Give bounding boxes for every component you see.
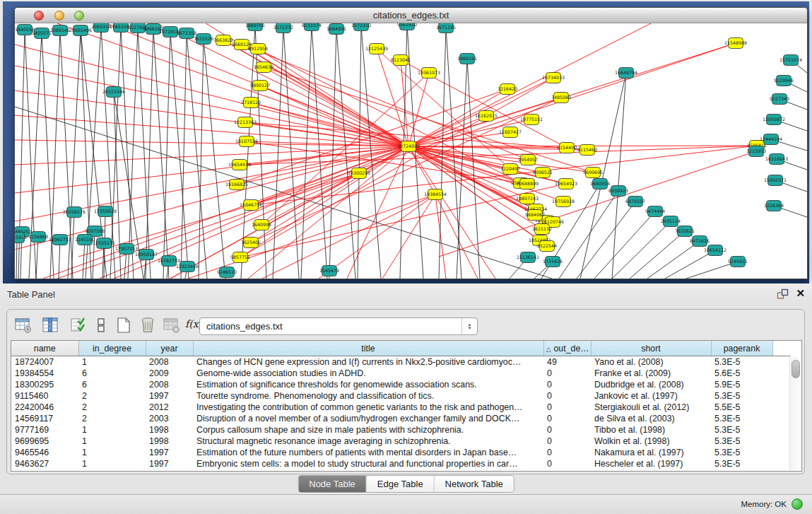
table-cell[interactable]: Stergiakouli et al. (2012) (591, 402, 711, 413)
column-header-pagerank[interactable]: pagerank (711, 341, 772, 356)
table-row[interactable]: 946362711997Embryonic stem cells: a mode… (11, 458, 791, 469)
black-edge[interactable] (647, 241, 700, 279)
column-header-name[interactable]: name (11, 341, 78, 356)
table-cell[interactable]: 2 (78, 413, 146, 424)
table-cell[interactable]: 0 (543, 390, 591, 402)
delete-column-icon[interactable] (139, 316, 157, 334)
black-edge[interactable] (71, 212, 74, 279)
table-cell[interactable]: 49 (543, 356, 591, 368)
table-row[interactable]: 969969511998Structural magnetic resonanc… (11, 436, 791, 447)
black-edge[interactable] (121, 27, 134, 279)
table-cell[interactable]: 9699695 (11, 436, 78, 447)
table-cell[interactable]: 0 (543, 458, 591, 469)
table-cell[interactable]: 2009 (146, 368, 193, 379)
table-cell[interactable]: 1 (78, 458, 146, 469)
table-cell[interactable]: 6 (78, 368, 146, 379)
table-cell[interactable]: Dudbridge et al. (2008) (591, 379, 711, 390)
table-cell[interactable]: 0 (543, 413, 591, 424)
table-cell[interactable]: 0 (543, 436, 591, 447)
black-edge[interactable] (199, 39, 204, 279)
table-cell[interactable]: 18724007 (11, 356, 78, 368)
table-cell[interactable]: 5.3E-5 (711, 458, 772, 469)
table-cell[interactable]: 9777169 (11, 424, 78, 436)
red-edge[interactable] (319, 194, 435, 279)
table-row[interactable]: 1456911722003Disruption of a novel membe… (11, 413, 791, 424)
show-columns-icon[interactable] (41, 316, 59, 334)
import-table-icon[interactable] (163, 316, 181, 334)
red-edge[interactable] (262, 194, 435, 279)
table-cell[interactable]: Corpus callosum shape and size in male p… (193, 424, 543, 436)
table-cell[interactable]: 0 (543, 402, 591, 413)
table-cell[interactable]: 0 (543, 424, 591, 436)
row-stack-icon[interactable] (92, 316, 110, 334)
table-cell[interactable]: 18300295 (11, 379, 78, 390)
table-cell[interactable]: Hescheler et al. (1997) (591, 458, 711, 469)
table-cell[interactable]: 5.3E-5 (711, 436, 772, 447)
table-cell[interactable]: Nakamura et al. (1997) (591, 447, 711, 458)
table-cell[interactable]: 0 (543, 447, 591, 458)
table-cell[interactable]: 0 (543, 368, 591, 379)
table-cell[interactable]: Changes of HCN gene expression and I(f) … (193, 356, 543, 368)
table-cell[interactable]: 9115460 (11, 390, 78, 402)
table-cell[interactable]: 1997 (146, 447, 193, 458)
table-cell[interactable]: 5.3E-5 (711, 356, 772, 368)
black-edge[interactable] (138, 28, 151, 279)
table-row[interactable]: 1938455462009Genome-wide association stu… (11, 368, 791, 379)
table-scrollbar[interactable] (789, 357, 801, 470)
red-edge[interactable] (248, 146, 408, 279)
table-row[interactable]: 2242004622012Investigating the contribut… (11, 402, 791, 413)
table-cell[interactable]: 0 (543, 379, 591, 390)
table-cell[interactable]: 2008 (146, 356, 193, 368)
black-edge[interactable] (665, 250, 715, 279)
tab-node-table[interactable]: Node Table (298, 476, 367, 492)
table-cell[interactable]: 5.6E-5 (711, 368, 772, 379)
table-cell[interactable]: 5.3E-5 (711, 413, 772, 424)
table-row[interactable]: 977716911998Corpus callosum shape and si… (11, 424, 791, 436)
scrollbar-thumb[interactable] (792, 360, 800, 378)
black-edge[interactable] (204, 39, 225, 279)
table-cell[interactable]: Estimation of the future numbers of pati… (193, 447, 543, 458)
table-cell[interactable]: 19384554 (11, 368, 78, 379)
tab-edge-table[interactable]: Edge Table (367, 476, 435, 492)
table-row[interactable]: 946554611997Estimation of the future num… (11, 447, 791, 458)
window-titlebar[interactable]: citations_edges.txt (15, 8, 807, 23)
red-edge[interactable] (408, 116, 486, 146)
table-cell[interactable]: Embryonic stem cells: a model to study s… (193, 458, 543, 469)
column-header-year[interactable]: year (146, 341, 193, 356)
table-cell[interactable]: 1 (78, 436, 146, 447)
table-cell[interactable]: 1 (78, 356, 146, 368)
table-cell[interactable]: 9463627 (11, 458, 78, 469)
table-cell[interactable]: 5.3E-5 (711, 390, 772, 402)
table-cell[interactable]: 1998 (146, 424, 193, 436)
table-cell[interactable]: 14569117 (11, 413, 78, 424)
black-edge[interactable] (446, 28, 461, 279)
table-cell[interactable]: Wolkin et al. (1998) (591, 436, 711, 447)
table-cell[interactable]: 2 (78, 402, 146, 413)
table-cell[interactable]: 6 (78, 379, 146, 390)
black-edge[interactable] (612, 221, 671, 279)
black-edge[interactable] (301, 25, 312, 279)
black-edge[interactable] (146, 29, 153, 279)
table-cell[interactable]: Jankovic et al. (1997) (591, 390, 711, 402)
red-edge[interactable] (188, 194, 435, 279)
table-cell[interactable]: 5.3E-5 (711, 424, 772, 436)
network-canvas[interactable]: 1872400718300295193845547663822966012489… (15, 23, 807, 279)
black-edge[interactable] (283, 28, 299, 279)
table-cell[interactable]: 22420046 (11, 402, 78, 413)
red-edge[interactable] (15, 66, 408, 146)
new-column-icon[interactable] (114, 316, 133, 334)
table-cell[interactable]: 9465546 (11, 447, 78, 458)
table-row[interactable]: 1872400712008Changes of HCN gene express… (11, 356, 791, 368)
column-header-out_degree[interactable]: △out_de… (543, 341, 591, 356)
close-panel-icon[interactable]: ✕ (796, 287, 805, 300)
table-cell[interactable]: Structural magnetic resonance image aver… (193, 436, 543, 447)
column-header-in_degree[interactable]: in_degree (78, 341, 146, 356)
table-cell[interactable]: 1 (78, 424, 146, 436)
black-edge[interactable] (16, 238, 17, 279)
black-edge[interactable] (128, 28, 138, 279)
table-cell[interactable]: 2 (78, 390, 146, 402)
black-edge[interactable] (686, 262, 738, 279)
table-cell[interactable]: 1997 (146, 458, 193, 469)
table-cell[interactable]: 1 (78, 447, 146, 458)
red-edge[interactable] (242, 45, 408, 146)
